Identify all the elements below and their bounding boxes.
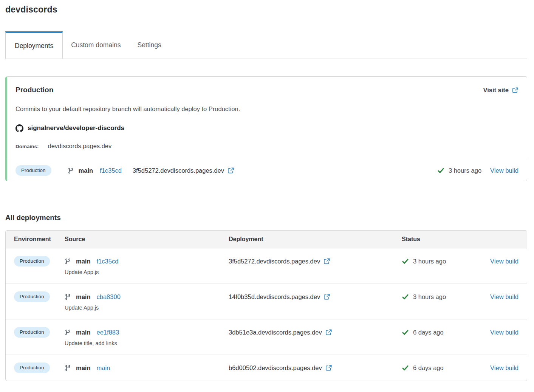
domains-value: devdiscords.pages.dev: [48, 143, 112, 150]
commit-link[interactable]: main: [97, 364, 110, 372]
table-row: Productionmainmainb6d00502.devdiscords.p…: [6, 355, 527, 381]
check-icon: [402, 364, 409, 372]
table-row: Productionmainee1f883Update title, add l…: [6, 319, 527, 355]
production-card-title: Production: [15, 85, 53, 95]
column-header-environment: Environment: [14, 236, 65, 243]
production-deployment-row: Production main f1c35cd 3f5d5272.devdisc…: [7, 160, 527, 181]
environment-badge: Production: [14, 327, 50, 338]
git-branch-icon: [65, 258, 71, 265]
view-build-link[interactable]: View build: [490, 258, 519, 265]
external-link-icon[interactable]: [325, 329, 332, 336]
table-row: Productionmainf1c35cdUpdate App.js3f5d52…: [6, 248, 527, 284]
domains-label: Domains:: [15, 144, 39, 149]
external-link-icon[interactable]: [325, 364, 332, 371]
production-description: Commits to your default repository branc…: [15, 105, 519, 113]
table-header: Environment Source Deployment Status: [6, 231, 527, 248]
external-link-icon[interactable]: [323, 258, 330, 265]
git-branch-icon: [68, 167, 74, 174]
commit-link[interactable]: cba8300: [97, 293, 121, 301]
deployment-url: 3db51e3a.devdiscords.pages.dev: [229, 329, 322, 336]
external-link-icon[interactable]: [228, 167, 234, 174]
git-branch-icon: [65, 329, 71, 336]
tab-settings[interactable]: Settings: [129, 31, 169, 59]
tab-deployments[interactable]: Deployments: [5, 31, 63, 59]
view-build-link[interactable]: View build: [490, 167, 519, 174]
branch-name: main: [76, 364, 91, 372]
deployments-table: Environment Source Deployment Status Pro…: [5, 230, 527, 381]
environment-badge: Production: [14, 291, 50, 302]
all-deployments-title: All deployments: [5, 213, 527, 222]
visit-site-label: Visit site: [483, 85, 509, 95]
production-card: Production Visit site Commits to your de…: [5, 76, 527, 181]
branch-name: main: [76, 258, 91, 265]
external-link-icon[interactable]: [323, 293, 330, 300]
column-header-deployment: Deployment: [229, 236, 402, 243]
column-header-source: Source: [65, 236, 229, 243]
view-build-link[interactable]: View build: [490, 329, 519, 336]
table-row: Productionmaincba8300Update App.js14f0b3…: [6, 284, 527, 319]
deployment-time: 3 hours ago: [413, 258, 446, 265]
commit-link[interactable]: ee1f883: [97, 329, 119, 336]
external-link-icon: [512, 87, 519, 93]
commit-message: Update title, add links: [65, 340, 229, 347]
environment-badge: Production: [15, 165, 51, 176]
view-build-link[interactable]: View build: [490, 293, 519, 301]
github-icon: [15, 124, 23, 132]
commit-link[interactable]: f1c35cd: [100, 167, 122, 174]
git-branch-icon: [65, 294, 71, 300]
visit-site-link[interactable]: Visit site: [483, 85, 519, 95]
commit-link[interactable]: f1c35cd: [97, 258, 119, 265]
deployment-time: 6 days ago: [413, 364, 444, 372]
deployment-url: 3f5d5272.devdiscords.pages.dev: [229, 258, 320, 265]
deployment-time: 3 hours ago: [449, 167, 481, 174]
deployment-url: b6d00502.devdiscords.pages.dev: [229, 364, 322, 372]
commit-message: Update App.js: [65, 304, 229, 311]
repo-name: signalnerve/developer-discords: [28, 124, 124, 132]
page-title: devdiscords: [5, 5, 527, 15]
view-build-link[interactable]: View build: [490, 364, 519, 372]
deployment-time: 3 hours ago: [413, 293, 446, 301]
deployment-url: 3f5d5272.devdiscords.pages.dev: [133, 167, 224, 174]
branch-name: main: [76, 329, 91, 336]
git-branch-icon: [65, 365, 71, 371]
environment-badge: Production: [14, 256, 50, 266]
branch-name: main: [76, 293, 91, 301]
check-icon: [402, 293, 409, 301]
tab-custom-domains[interactable]: Custom domains: [63, 31, 129, 59]
branch-name: main: [79, 167, 93, 174]
check-icon: [402, 258, 409, 265]
column-header-status: Status: [402, 236, 474, 243]
deployment-time: 6 days ago: [413, 329, 444, 336]
check-icon: [402, 329, 409, 336]
check-icon: [437, 167, 444, 174]
commit-message: Update App.js: [65, 269, 229, 276]
environment-badge: Production: [14, 363, 50, 373]
deployment-url: 14f0b35d.devdiscords.pages.dev: [229, 293, 320, 301]
tab-bar: Deployments Custom domains Settings: [5, 31, 527, 59]
